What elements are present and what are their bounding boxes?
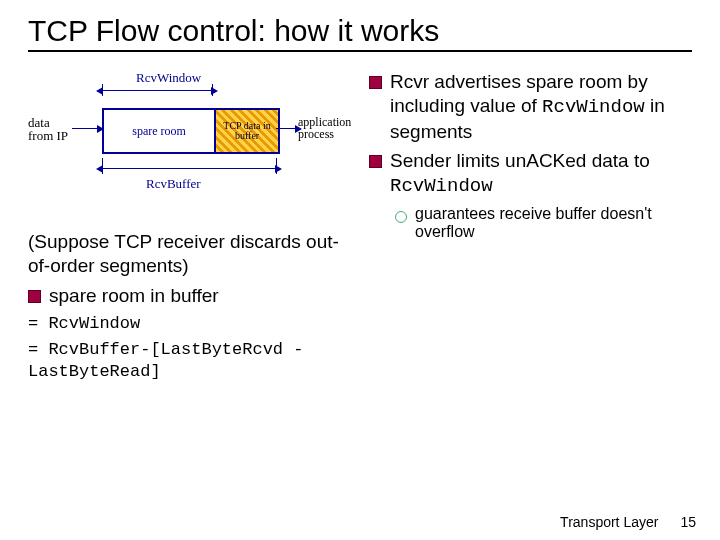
buffer-diagram: RcvWindow data from IP spare room TCP da… [28, 70, 338, 220]
rcvbuffer-span-arrow [102, 168, 276, 169]
square-bullet-icon [369, 76, 382, 89]
ip-arrow-icon [72, 128, 98, 129]
slide-title: TCP Flow control: how it works [28, 14, 692, 52]
equation-1: = RcvWindow [28, 313, 351, 335]
circle-bullet-icon [395, 211, 407, 223]
right-bullet-1: Rcvr advertises spare room by including … [390, 70, 692, 143]
rcvwindow-label: RcvWindow [136, 70, 201, 86]
application-process-label: application process [298, 116, 358, 140]
footer-section: Transport Layer [560, 514, 658, 530]
right-bullet-2: Sender limits unACKed data to RcvWindow [390, 149, 692, 199]
page-number: 15 [680, 514, 696, 530]
suppose-text: (Suppose TCP receiver discards out-of-or… [28, 230, 351, 278]
right-subbullet-1: guarantees receive buffer doesn't overfl… [415, 205, 692, 241]
spare-room-region: spare room [104, 110, 214, 152]
rcvwindow-span-arrow [102, 90, 212, 91]
square-bullet-icon [28, 290, 41, 303]
rcvbuffer-label: RcvBuffer [146, 176, 201, 192]
buffer-box: spare room TCP data in buffer [102, 108, 280, 154]
data-from-ip-label: data from IP [28, 116, 76, 142]
equation-2: = RcvBuffer-[LastByteRcvd - LastByteRead… [28, 339, 351, 383]
app-arrow-icon [276, 128, 296, 129]
tcp-data-region: TCP data in buffer [214, 110, 278, 152]
left-bullet-spare-room: spare room in buffer [49, 284, 219, 308]
square-bullet-icon [369, 155, 382, 168]
